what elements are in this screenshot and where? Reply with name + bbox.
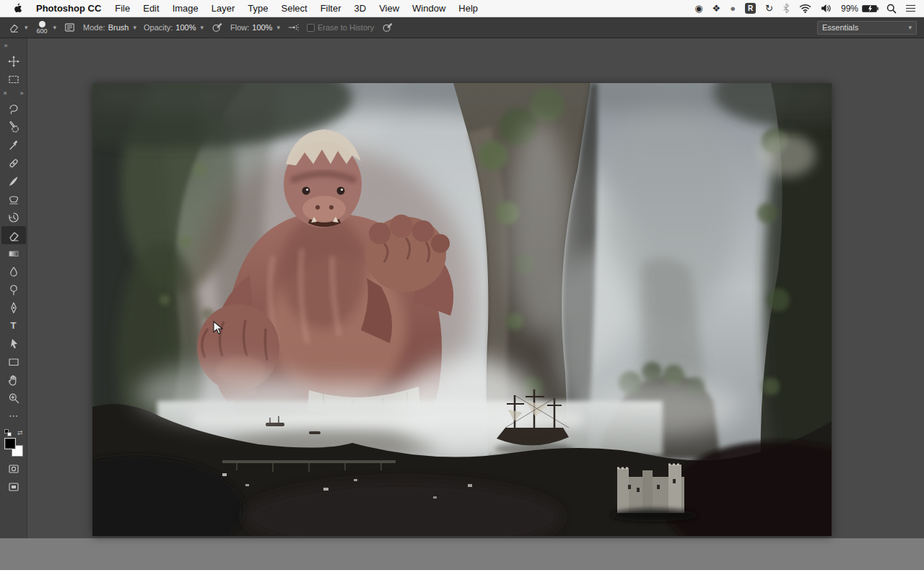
mode-label: Mode: <box>83 23 105 32</box>
blur-tool[interactable] <box>1 262 26 280</box>
r-app-icon[interactable]: R <box>745 3 756 14</box>
opacity-dropdown[interactable]: Opacity: 100% ▾ <box>144 23 204 32</box>
brush-panel-toggle[interactable] <box>64 22 76 33</box>
battery-icon <box>862 5 877 12</box>
canvas-document[interactable] <box>92 83 832 536</box>
opacity-label: Opacity: <box>144 23 173 32</box>
swap-colors-icon[interactable]: ⇄ <box>17 429 23 436</box>
rectangle-tool[interactable] <box>1 353 26 371</box>
pen-icon <box>7 301 20 314</box>
lasso-icon <box>7 103 20 116</box>
app-menu-title[interactable]: Photoshop CC <box>29 3 108 14</box>
path-selection-tool[interactable] <box>1 335 26 353</box>
close-icon[interactable]: × <box>4 90 7 97</box>
time-machine-icon[interactable]: ↻ <box>765 4 773 13</box>
pen-pressure-icon <box>211 22 223 33</box>
volume-icon[interactable] <box>821 4 832 13</box>
screen-mode-icon <box>7 480 20 493</box>
airbrush-icon <box>287 22 300 33</box>
zoom-tool[interactable] <box>1 389 26 407</box>
brush-size-picker[interactable]: 600 ▾ <box>35 21 57 35</box>
notification-center-icon[interactable] <box>906 5 915 12</box>
battery-indicator[interactable]: 99% <box>841 4 877 14</box>
menu-item-view[interactable]: View <box>372 3 406 14</box>
pen-pressure-icon <box>381 22 393 33</box>
zoom-icon <box>7 392 20 405</box>
type-icon: T <box>11 321 17 330</box>
spotlight-icon[interactable] <box>886 4 897 14</box>
menu-item-filter[interactable]: Filter <box>314 3 348 14</box>
rectangular-marquee-tool[interactable] <box>1 70 26 88</box>
smoothing-pressure-toggle[interactable] <box>381 22 393 33</box>
double-chevron-icon[interactable]: » <box>19 90 23 97</box>
gradient-tool[interactable] <box>1 244 26 262</box>
workspace-switcher[interactable]: Essentials ▾ <box>817 21 917 35</box>
eyedropper-tool[interactable] <box>1 136 26 154</box>
move-icon <box>7 55 20 68</box>
history-brush-tool[interactable] <box>1 208 26 226</box>
menu-item-layer[interactable]: Layer <box>205 3 242 14</box>
dropbox-icon[interactable]: ❖ <box>712 4 721 13</box>
foreground-color-swatch[interactable] <box>4 438 16 449</box>
hand-tool[interactable] <box>1 371 26 389</box>
lasso-tool[interactable] <box>1 100 26 118</box>
eraser-tool[interactable] <box>1 226 26 244</box>
menu-item-select[interactable]: Select <box>274 3 313 14</box>
menu-item-image[interactable]: Image <box>166 3 205 14</box>
chevron-down-icon: ▾ <box>25 24 28 31</box>
flow-dropdown[interactable]: Flow: 100% ▾ <box>230 23 280 32</box>
quick-selection-icon <box>7 121 20 134</box>
ellipsis-icon: ⋯ <box>9 411 18 420</box>
menu-status-area: ◉ ❖ ● R ↻ 99% <box>694 3 915 14</box>
menu-item-edit[interactable]: Edit <box>136 3 165 14</box>
quick-selection-tool[interactable] <box>1 118 26 136</box>
apple-icon <box>12 3 22 14</box>
history-brush-icon <box>7 211 20 224</box>
type-tool[interactable]: T <box>1 316 26 335</box>
clone-stamp-icon <box>7 193 20 206</box>
quick-mask-button[interactable] <box>1 460 26 478</box>
edit-toolbar-button[interactable]: ⋯ <box>1 407 26 425</box>
quick-mask-icon <box>7 462 20 475</box>
dodge-icon <box>7 283 20 296</box>
menu-item-file[interactable]: File <box>108 3 136 14</box>
apple-menu[interactable] <box>9 3 29 14</box>
erase-to-history-label: Erase to History <box>318 23 374 32</box>
airbrush-toggle[interactable] <box>287 22 300 33</box>
wifi-icon[interactable] <box>799 4 811 13</box>
menu-item-window[interactable]: Window <box>406 3 452 14</box>
chevron-down-icon: ▾ <box>276 24 280 31</box>
tool-preset-picker[interactable]: ▾ <box>7 22 28 33</box>
opacity-pressure-toggle[interactable] <box>211 22 223 33</box>
status-dot-icon[interactable]: ● <box>730 4 736 13</box>
eraser-preset-icon <box>7 22 20 33</box>
panel-collapse-chevrons[interactable]: » <box>3 40 25 52</box>
healing-brush-tool[interactable] <box>1 154 26 172</box>
move-tool[interactable] <box>1 52 26 70</box>
screen-mode-button[interactable] <box>1 478 26 496</box>
color-controls-row: ⇄ <box>4 429 23 436</box>
window-bottom-strip <box>0 538 924 570</box>
desktop-strip <box>0 570 924 578</box>
menu-item-help[interactable]: Help <box>452 3 484 14</box>
work-area: » × » <box>0 38 924 538</box>
menu-item-3d[interactable]: 3D <box>348 3 373 14</box>
workspace-value: Essentials <box>822 23 858 32</box>
dodge-tool[interactable] <box>1 280 26 298</box>
color-swatches <box>4 438 23 457</box>
screen-record-icon[interactable]: ◉ <box>694 4 702 13</box>
eraser-icon <box>7 229 20 242</box>
brush-tool[interactable] <box>1 172 26 190</box>
bluetooth-icon[interactable] <box>783 3 790 14</box>
menu-item-type[interactable]: Type <box>241 3 274 14</box>
pen-tool[interactable] <box>1 298 26 316</box>
clone-stamp-tool[interactable] <box>1 190 26 208</box>
eyedropper-icon <box>7 139 20 152</box>
erase-to-history-checkbox[interactable]: Erase to History <box>307 23 374 32</box>
chevron-down-icon: ▾ <box>908 24 912 31</box>
default-colors-icon[interactable] <box>4 429 12 436</box>
gradient-icon <box>7 247 20 260</box>
artwork-image <box>92 83 832 536</box>
brush-size-value: 600 <box>37 28 48 35</box>
mode-dropdown[interactable]: Mode: Brush ▾ <box>83 23 136 32</box>
